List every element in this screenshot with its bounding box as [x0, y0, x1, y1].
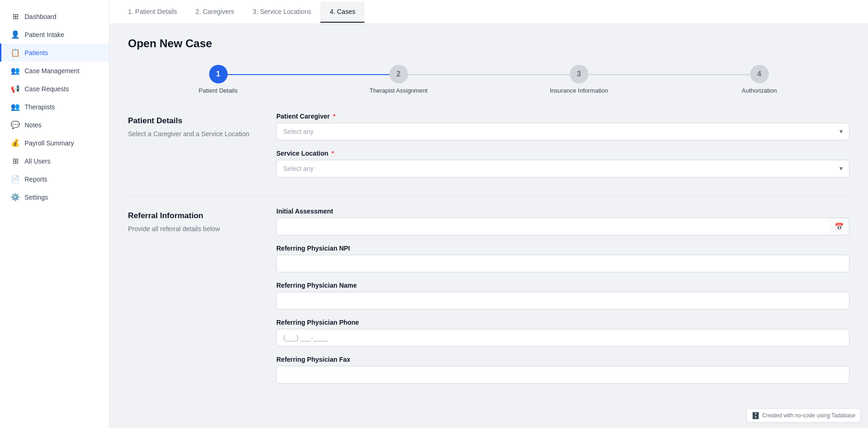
sidebar-label-patient-intake: Patient Intake [25, 31, 64, 38]
tadabase-footer: 🗄️ Created with no-code using Tadabase [747, 409, 861, 422]
patient-details-title: Patient Details [128, 116, 258, 126]
sidebar-item-patients[interactable]: 📋 Patients [0, 44, 109, 62]
tabs-bar: 1. Patient Details 2. Caregivers 3. Serv… [109, 0, 868, 24]
referral-section: Referral Information Provide all referra… [128, 208, 849, 384]
stepper-label-2: Therapist Assignment [370, 87, 428, 94]
initial-assessment-input-wrapper: 📅 [276, 218, 849, 235]
stepper-circle-3: 3 [570, 65, 588, 83]
service-location-required: * [332, 150, 334, 157]
patient-caregiver-field: Patient Caregiver * Select any ▼ [276, 113, 849, 140]
sidebar-item-dashboard[interactable]: ⊞ Dashboard [0, 7, 109, 25]
referring-physician-fax-input[interactable] [276, 366, 849, 384]
sidebar-label-case-management: Case Management [25, 67, 79, 75]
referral-fields: Initial Assessment 📅 Referring Physician… [276, 208, 849, 384]
stepper-step-3: 3 Insurance Information [489, 65, 669, 94]
stepper-circle-1: 1 [209, 65, 228, 83]
referring-physician-name-label: Referring Physician Name [276, 282, 849, 289]
referral-label: Referral Information Provide all referra… [128, 208, 258, 384]
referral-title: Referral Information [128, 211, 258, 220]
patient-caregiver-select-wrapper: Select any ▼ [276, 123, 849, 140]
case-requests-icon: 📢 [11, 84, 20, 93]
patient-caregiver-label: Patient Caregiver * [276, 113, 849, 120]
stepper-label-1: Patient Details [199, 87, 238, 94]
patients-icon: 📋 [11, 48, 20, 57]
sidebar-label-settings: Settings [25, 194, 48, 201]
tab-cases[interactable]: 4. Cases [320, 1, 364, 23]
calendar-button[interactable]: 📅 [829, 218, 849, 235]
patient-caregiver-required: * [333, 113, 335, 120]
service-location-select[interactable]: Select any [276, 160, 849, 177]
sidebar-label-case-requests: Case Requests [25, 85, 69, 93]
payroll-icon: 💰 [11, 138, 20, 147]
case-management-icon: 👥 [11, 66, 20, 75]
patient-details-fields: Patient Caregiver * Select any ▼ Service… [276, 113, 849, 177]
tadabase-icon: 🗄️ [752, 412, 760, 419]
sidebar-item-case-management[interactable]: 👥 Case Management [0, 62, 109, 80]
initial-assessment-input[interactable] [276, 218, 849, 235]
sidebar-label-dashboard: Dashboard [25, 13, 57, 20]
stepper-label-3: Insurance Information [550, 87, 608, 94]
dashboard-icon: ⊞ [11, 12, 20, 21]
sidebar-item-payroll-summary[interactable]: 💰 Payroll Summary [0, 134, 109, 152]
page-content: Open New Case 1 Patient Details 2 Therap… [109, 24, 868, 428]
patient-details-desc: Select a Caregiver and a Service Locatio… [128, 129, 258, 139]
stepper: 1 Patient Details 2 Therapist Assignment… [128, 65, 849, 94]
stepper-circle-4: 4 [750, 65, 769, 83]
footer-text: Created with no-code using Tadabase [762, 412, 855, 419]
stepper-circle-2: 2 [389, 65, 408, 83]
service-location-field: Service Location * Select any ▼ [276, 150, 849, 177]
stepper-step-1: 1 Patient Details [128, 65, 308, 94]
stepper-step-2: 2 Therapist Assignment [308, 65, 489, 94]
referral-desc: Provide all referral details below [128, 224, 258, 234]
initial-assessment-label: Initial Assessment [276, 208, 849, 215]
sidebar-item-settings[interactable]: ⚙️ Settings [0, 188, 109, 206]
service-location-label: Service Location * [276, 150, 849, 157]
referring-physician-fax-field: Referring Physician Fax [276, 356, 849, 384]
referring-physician-name-input[interactable] [276, 292, 849, 309]
main-content: 1. Patient Details 2. Caregivers 3. Serv… [109, 0, 868, 428]
referring-physician-npi-label: Referring Physician NPI [276, 245, 849, 252]
service-location-select-wrapper: Select any ▼ [276, 160, 849, 177]
tab-caregivers[interactable]: 2. Caregivers [186, 1, 243, 23]
sidebar-label-therapists: Therapists [25, 103, 55, 111]
therapists-icon: 👥 [11, 102, 20, 111]
sidebar-item-case-requests[interactable]: 📢 Case Requests [0, 80, 109, 98]
settings-icon: ⚙️ [11, 193, 20, 201]
sidebar-label-payroll: Payroll Summary [25, 139, 74, 147]
sidebar-label-notes: Notes [25, 121, 42, 129]
referring-physician-phone-label: Referring Physician Phone [276, 319, 849, 326]
calendar-icon: 📅 [835, 222, 844, 231]
referring-physician-name-field: Referring Physician Name [276, 282, 849, 309]
patient-details-label: Patient Details Select a Caregiver and a… [128, 113, 258, 177]
page-title: Open New Case [128, 37, 849, 50]
sidebar-item-patient-intake[interactable]: 👤 Patient Intake [0, 25, 109, 44]
patient-caregiver-select[interactable]: Select any [276, 123, 849, 140]
referring-physician-phone-field: Referring Physician Phone [276, 319, 849, 346]
tab-service-locations[interactable]: 3. Service Locations [243, 1, 320, 23]
sidebar-label-reports: Reports [25, 176, 47, 183]
referring-physician-npi-field: Referring Physician NPI [276, 245, 849, 272]
stepper-label-4: Authorization [742, 87, 777, 94]
patient-intake-icon: 👤 [11, 30, 20, 39]
reports-icon: 📄 [11, 175, 20, 183]
referring-physician-phone-input[interactable] [276, 329, 849, 346]
sidebar: ⊞ Dashboard 👤 Patient Intake 📋 Patients … [0, 0, 109, 428]
referring-physician-fax-label: Referring Physician Fax [276, 356, 849, 363]
tab-patient-details[interactable]: 1. Patient Details [119, 1, 186, 23]
sidebar-label-patients: Patients [25, 49, 48, 57]
sidebar-item-reports[interactable]: 📄 Reports [0, 170, 109, 188]
sidebar-item-therapists[interactable]: 👥 Therapists [0, 98, 109, 116]
sidebar-label-all-users: All Users [25, 157, 51, 165]
initial-assessment-field: Initial Assessment 📅 [276, 208, 849, 235]
patient-details-section: Patient Details Select a Caregiver and a… [128, 113, 849, 177]
all-users-icon: ⊞ [11, 157, 20, 165]
sidebar-item-all-users[interactable]: ⊞ All Users [0, 152, 109, 170]
notes-icon: 💬 [11, 120, 20, 129]
sidebar-item-notes[interactable]: 💬 Notes [0, 116, 109, 134]
stepper-step-4: 4 Authorization [669, 65, 849, 94]
referring-physician-npi-input[interactable] [276, 255, 849, 272]
section-divider [128, 196, 849, 196]
